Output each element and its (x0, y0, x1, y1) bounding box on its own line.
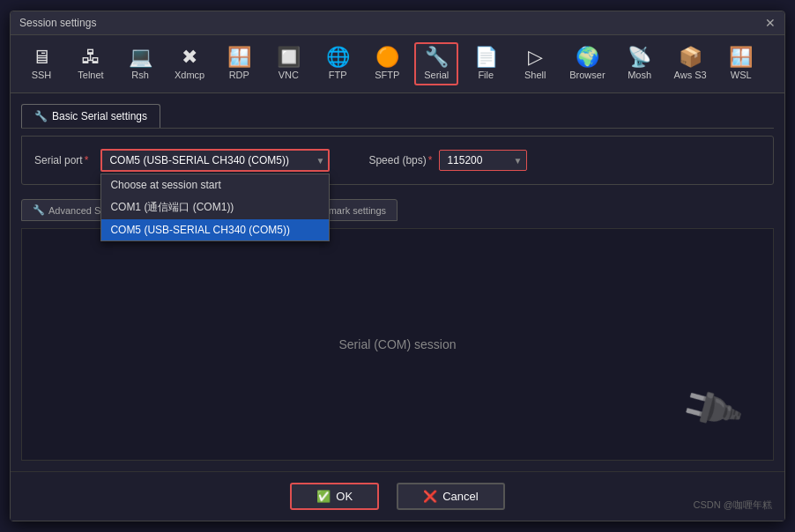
browser-icon: 🌍 (576, 48, 599, 67)
toolbar-item-shell[interactable]: ▷ Shell (513, 42, 557, 85)
file-label: File (478, 70, 494, 80)
toolbar-item-xdmcp[interactable]: ✖ Xdmcp (167, 42, 212, 85)
window-title: Session settings (19, 17, 96, 29)
ok-icon: ✅ (316, 490, 331, 503)
dropdown-option-choose[interactable]: Choose at session start (101, 174, 329, 196)
close-button[interactable]: ✕ (765, 17, 776, 29)
toolbar-item-browser[interactable]: 🌍 Browser (562, 42, 612, 85)
toolbar-item-mosh[interactable]: 📡 Mosh (618, 42, 662, 85)
dropdown-option-com1[interactable]: COM1 (通信端口 (COM1)) (101, 196, 329, 219)
ssh-label: SSH (32, 70, 52, 80)
dropdown-option-com5[interactable]: COM5 (USB-SERIAL CH340 (COM5)) (101, 219, 329, 240)
telnet-icon: 🖧 (81, 48, 100, 67)
basic-serial-panel: Serial port* Choose at session start COM… (21, 136, 774, 185)
main-display-area: Serial (COM) session 🔌 (21, 228, 774, 461)
xdmcp-label: Xdmcp (175, 70, 204, 80)
mosh-icon: 📡 (628, 48, 651, 67)
basic-serial-tab-label: Basic Serial settings (52, 110, 147, 122)
awss3-icon: 📦 (679, 48, 702, 67)
browser-label: Browser (569, 70, 605, 80)
port-field-row: Serial port* Choose at session start COM… (34, 149, 761, 172)
serial-icon: 🔧 (425, 48, 449, 67)
title-bar: Session settings ✕ (11, 11, 784, 35)
awss3-label: Aws S3 (674, 70, 707, 80)
content-area: 🔧 Basic Serial settings Serial port* Cho… (11, 93, 784, 471)
vnc-label: VNC (279, 70, 299, 80)
port-dropdown-menu: Choose at session start COM1 (通信端口 (COM1… (100, 174, 330, 241)
footer: ✅ OK ❌ Cancel CSDN @咖喱年糕 (11, 471, 784, 521)
toolbar: 🖥 SSH 🖧 Telnet 💻 Rsh ✖ Xdmcp 🪟 RDP 🔲 VNC… (11, 35, 784, 93)
ok-button[interactable]: ✅ OK (290, 483, 379, 510)
toolbar-item-ssh[interactable]: 🖥 SSH (19, 42, 63, 85)
toolbar-item-file[interactable]: 📄 File (464, 42, 508, 85)
port-label: Serial port* (34, 154, 88, 166)
speed-select-wrapper: 110 300 1200 2400 4800 9600 19200 38400 … (439, 150, 527, 171)
mosh-label: Mosh (628, 70, 651, 80)
main-tabs: 🔧 Basic Serial settings (21, 104, 774, 129)
tab-basic-serial[interactable]: 🔧 Basic Serial settings (21, 104, 160, 128)
toolbar-item-rsh[interactable]: 💻 Rsh (118, 42, 162, 85)
toolbar-item-telnet[interactable]: 🖧 Telnet (69, 42, 113, 85)
shell-label: Shell (524, 70, 546, 80)
shell-icon: ▷ (528, 48, 543, 67)
speed-select[interactable]: 110 300 1200 2400 4800 9600 19200 38400 … (439, 150, 527, 171)
serial-label: Serial (424, 70, 449, 80)
toolbar-item-sftp[interactable]: 🟠 SFTP (365, 42, 409, 85)
wsl-icon: 🪟 (729, 48, 753, 67)
advanced-serial-icon: 🔧 (33, 204, 45, 216)
rdp-icon: 🪟 (227, 48, 251, 67)
ftp-icon: 🌐 (326, 48, 350, 67)
toolbar-item-wsl[interactable]: 🪟 WSL (719, 42, 763, 85)
cancel-button[interactable]: ❌ Cancel (397, 483, 504, 510)
ftp-label: FTP (329, 70, 347, 80)
rsh-icon: 💻 (129, 48, 152, 67)
rsh-label: Rsh (131, 70, 149, 80)
file-icon: 📄 (474, 48, 498, 67)
cancel-icon: ❌ (423, 490, 437, 503)
rdp-label: RDP (229, 70, 249, 80)
toolbar-item-awss3[interactable]: 📦 Aws S3 (667, 42, 714, 85)
watermark-text: CSDN @咖喱年糕 (694, 499, 772, 512)
port-select[interactable]: Choose at session start COM1 (通信端口 (COM1… (100, 149, 330, 172)
ok-label: OK (336, 490, 353, 503)
toolbar-item-rdp[interactable]: 🪟 RDP (217, 42, 261, 85)
toolbar-item-serial[interactable]: 🔧 Serial (414, 42, 458, 85)
vnc-icon: 🔲 (277, 48, 301, 67)
basic-serial-tab-icon: 🔧 (34, 110, 48, 122)
ssh-icon: 🖥 (32, 48, 51, 67)
cancel-label: Cancel (442, 490, 478, 503)
serial-large-icon: 🔌 (676, 374, 747, 443)
telnet-label: Telnet (78, 70, 103, 80)
port-select-wrapper: Choose at session start COM1 (通信端口 (COM1… (100, 149, 330, 172)
wsl-label: WSL (731, 70, 752, 80)
sftp-label: SFTP (375, 70, 399, 80)
speed-label: Speed (bps)* (368, 154, 432, 166)
session-type-label: Serial (COM) session (338, 337, 456, 351)
sftp-icon: 🟠 (375, 48, 399, 67)
session-settings-window: Session settings ✕ 🖥 SSH 🖧 Telnet 💻 Rsh … (10, 11, 785, 521)
toolbar-item-vnc[interactable]: 🔲 VNC (266, 42, 310, 85)
toolbar-item-ftp[interactable]: 🌐 FTP (316, 42, 360, 85)
speed-group: Speed (bps)* 110 300 1200 2400 4800 9600… (368, 150, 527, 171)
xdmcp-icon: ✖ (182, 48, 197, 67)
